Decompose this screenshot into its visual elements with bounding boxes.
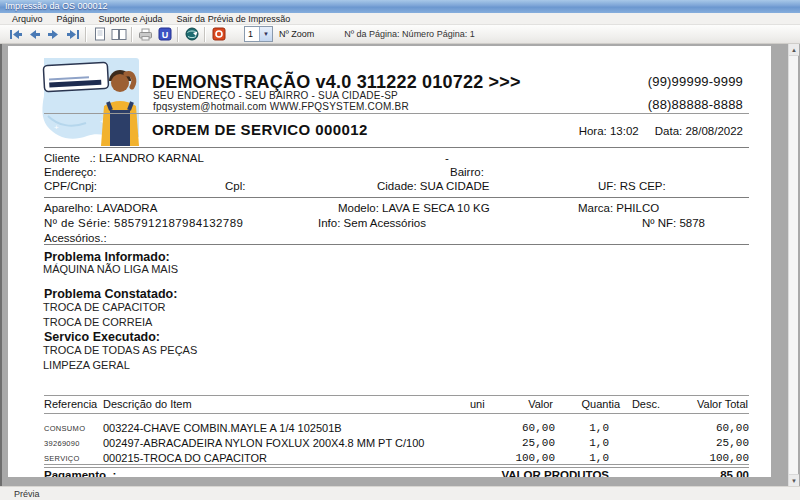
divider bbox=[44, 147, 749, 148]
divider bbox=[44, 113, 749, 114]
device-appliance: Aparelho: LAVADORA bbox=[44, 202, 157, 214]
cell-quantia: 1,0 bbox=[589, 422, 609, 434]
single-page-icon bbox=[94, 27, 106, 41]
section-line: MÁQUINA NÃO LIGA MAIS bbox=[43, 263, 178, 275]
preview-area: + + + DEMONSTRAÇÃO v4.0 311222 010722 >>… bbox=[0, 44, 800, 486]
device-info: Info: Sem Acessórios bbox=[318, 217, 426, 229]
cell-valor: 100,00 bbox=[515, 452, 555, 464]
cell-descricao: 002497-ABRACADEIRA NYLON FOXLUX 200X4.8 … bbox=[103, 437, 424, 449]
menu-sair-da-previa[interactable]: Sair da Prévia de Impressão bbox=[170, 13, 298, 25]
two-page-view-button[interactable] bbox=[109, 26, 128, 43]
prev-page-button[interactable] bbox=[25, 26, 44, 43]
next-page-icon bbox=[47, 29, 60, 40]
scroll-down-button[interactable]: ▼ bbox=[789, 474, 799, 486]
menu-arquivo[interactable]: Arquivo bbox=[5, 13, 50, 25]
col-header-valor: Valor bbox=[528, 398, 553, 410]
globe-icon bbox=[185, 27, 199, 41]
order-time: Hora: 13:02 bbox=[579, 125, 639, 137]
status-bar: Prévia bbox=[0, 486, 800, 500]
print-setup-button[interactable]: U bbox=[155, 26, 174, 43]
zoom-label: Nº Zoom bbox=[279, 29, 314, 39]
footer-payment-label: Pagamento .: bbox=[44, 469, 116, 477]
toolbar-separator bbox=[85, 27, 87, 42]
title-bar[interactable]: Impressão da OS 000012 bbox=[0, 0, 800, 13]
order-title: ORDEM DE SERVICO 000012 bbox=[152, 121, 368, 138]
client-name: Cliente .: LEANDRO KARNAL bbox=[44, 152, 204, 164]
divider bbox=[44, 413, 749, 414]
footer-valor-produtos-label: VALOR PRODUTOS bbox=[501, 469, 609, 477]
cell-valor-total: 100,00 bbox=[709, 452, 749, 464]
scroll-up-button[interactable]: ▲ bbox=[789, 44, 799, 56]
section-title-problema-informado: Problema Informado: bbox=[44, 250, 170, 264]
cell-quantia: 1,0 bbox=[589, 452, 609, 464]
document-page: + + + DEMONSTRAÇÃO v4.0 311222 010722 >>… bbox=[8, 46, 771, 477]
toolbar-separator bbox=[177, 27, 179, 42]
first-page-button[interactable] bbox=[6, 26, 25, 43]
col-header-desc: Desc. bbox=[632, 398, 660, 410]
export-web-button[interactable] bbox=[182, 26, 201, 43]
section-line: TROCA DE TODAS AS PEÇAS bbox=[43, 344, 197, 356]
cell-valor-total: 60,00 bbox=[716, 422, 749, 434]
company-phone-1: (99)99999-9999 bbox=[648, 74, 743, 89]
device-nf: Nº NF: 5878 bbox=[642, 217, 705, 229]
menu-suporte-e-ajuda[interactable]: Suporte e Ajuda bbox=[92, 13, 170, 25]
page-number-info: Nº da Página: Número Página: 1 bbox=[344, 29, 474, 39]
print-setup-icon: U bbox=[158, 27, 172, 41]
window-title: Impressão da OS 000012 bbox=[5, 1, 108, 11]
chevron-down-icon[interactable]: ▼ bbox=[259, 27, 272, 41]
section-line: TROCA DE CORREIA bbox=[43, 316, 152, 328]
cell-valor-total: 25,00 bbox=[716, 437, 749, 449]
client-uf-cep: UF: RS CEP: bbox=[598, 180, 666, 192]
client-address-label: Endereço: bbox=[44, 166, 96, 178]
exit-preview-button[interactable] bbox=[209, 26, 228, 43]
last-page-button[interactable] bbox=[63, 26, 82, 43]
cell-valor: 60,00 bbox=[522, 422, 555, 434]
order-date: Data: 28/08/2022 bbox=[655, 125, 743, 137]
col-header-uni: uni bbox=[470, 398, 485, 410]
cell-descricao: 000215-TROCA DO CAPACITOR bbox=[103, 452, 267, 464]
client-cpl-label: Cpl: bbox=[225, 180, 245, 192]
vertical-scrollbar[interactable]: ▲ ▼ bbox=[788, 44, 798, 486]
section-title-problema-constatado: Problema Constatado: bbox=[44, 287, 177, 301]
cell-referencia: 39269090 bbox=[44, 439, 80, 448]
app-window: Impressão da OS 000012 Arquivo Página Su… bbox=[0, 0, 800, 500]
client-city: Cidade: SUA CIDADE bbox=[377, 180, 490, 192]
device-brand: Marca: PHILCO bbox=[578, 202, 659, 214]
client-dash: - bbox=[445, 152, 449, 164]
cell-valor: 25,00 bbox=[522, 437, 555, 449]
company-logo: + + + bbox=[38, 54, 142, 146]
company-phone-2: (88)88888-8888 bbox=[648, 97, 743, 112]
col-header-valor-total: Valor Total bbox=[697, 398, 748, 410]
first-page-icon bbox=[9, 29, 23, 40]
company-address: SEU ENDEREÇO - SEU BAIRRO - SUA CIDADE-S… bbox=[153, 90, 398, 101]
zoom-value: 1 bbox=[245, 29, 259, 39]
section-line: TROCA DE CAPACITOR bbox=[43, 301, 165, 313]
device-accessories-label: Acessórios.: bbox=[44, 232, 107, 244]
divider bbox=[44, 467, 749, 468]
cell-descricao: 003224-CHAVE COMBIN.MAYLE A 1/4 102501B bbox=[103, 422, 342, 434]
section-line: LIMPEZA GERAL bbox=[43, 359, 130, 371]
divider bbox=[44, 464, 749, 465]
cell-quantia: 1,0 bbox=[589, 437, 609, 449]
cell-referencia: CONSUMO bbox=[44, 424, 85, 433]
col-header-quantia: Quantia bbox=[581, 398, 620, 410]
company-contact: fpqsystem@hotmail.com WWW.FPQSYSTEM.COM.… bbox=[153, 101, 409, 112]
toolbar: U 1 ▼ Nº Zoom Nº da Página: Número Págin… bbox=[0, 25, 800, 44]
svg-text:U: U bbox=[161, 30, 168, 40]
zoom-dropdown[interactable]: 1 ▼ bbox=[244, 26, 273, 42]
next-page-button[interactable] bbox=[44, 26, 63, 43]
toolbar-separator bbox=[204, 27, 206, 42]
order-datetime: Hora: 13:02 Data: 28/08/2022 bbox=[579, 125, 743, 137]
device-model: Modelo: LAVA E SECA 10 KG bbox=[338, 202, 490, 214]
menu-pagina[interactable]: Página bbox=[50, 13, 92, 25]
last-page-icon bbox=[66, 29, 80, 40]
print-button[interactable] bbox=[136, 26, 155, 43]
toolbar-separator bbox=[131, 27, 133, 42]
client-district-label: Bairro: bbox=[450, 166, 484, 178]
exit-icon bbox=[212, 27, 226, 41]
footer-valor-produtos-value: 85,00 bbox=[720, 469, 749, 477]
cell-referencia: SERVIÇO bbox=[44, 454, 80, 463]
client-cpf-label: CPF/Cnpj: bbox=[44, 180, 97, 192]
section-title-servico-executado: Servico Executado: bbox=[44, 330, 160, 344]
single-page-view-button[interactable] bbox=[90, 26, 109, 43]
